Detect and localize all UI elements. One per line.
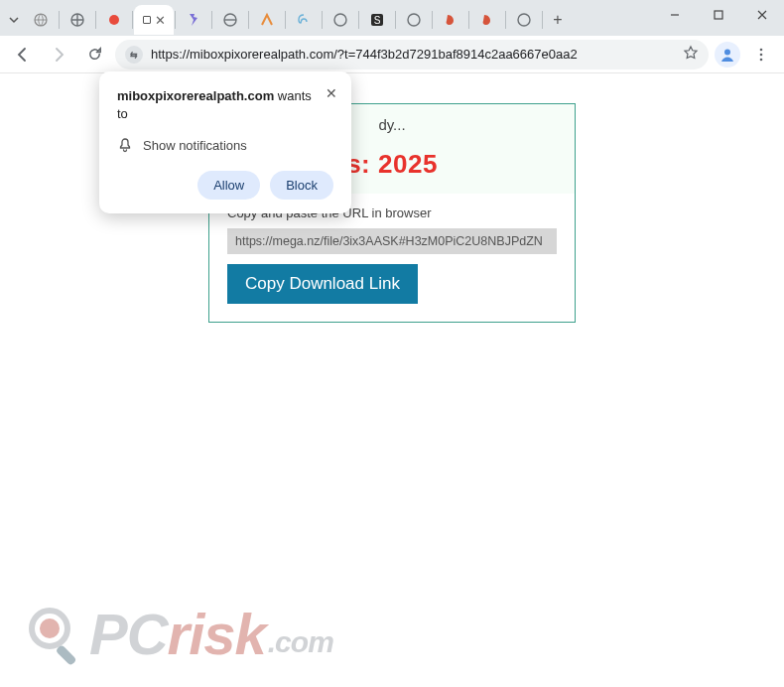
tab-13[interactable]: [470, 5, 504, 35]
maximize-button[interactable]: [697, 0, 740, 30]
tab-9[interactable]: [324, 5, 357, 35]
bookmark-star-icon[interactable]: [683, 45, 699, 64]
notification-line: Show notifications: [143, 138, 247, 153]
tab-14[interactable]: [507, 5, 541, 35]
tab-2[interactable]: [61, 5, 94, 35]
notification-title: miboxpixorerealpath.com wants to: [117, 87, 333, 123]
minimize-button[interactable]: [653, 0, 697, 30]
svg-point-16: [40, 618, 60, 638]
copy-download-link-button[interactable]: Copy Download Link: [227, 264, 418, 304]
reload-button[interactable]: [79, 40, 109, 69]
close-window-button[interactable]: [740, 0, 784, 30]
back-button[interactable]: [8, 40, 38, 69]
tab-6[interactable]: [213, 5, 247, 35]
svg-point-12: [760, 48, 763, 51]
watermark-logo: PCrisk.com: [24, 601, 333, 667]
svg-point-14: [760, 58, 763, 61]
svg-point-13: [760, 53, 763, 56]
tab-strip: ✕ S +: [0, 0, 784, 36]
site-settings-icon[interactable]: ⇆: [125, 46, 143, 64]
browser-toolbar: ⇆ https://miboxpixorerealpath.com/?t=744…: [0, 36, 784, 73]
notification-permission-prompt: miboxpixorerealpath.com wants to ✕ Show …: [99, 71, 351, 213]
url-text: https://miboxpixorerealpath.com/?t=744f3…: [151, 47, 675, 62]
address-bar[interactable]: ⇆ https://miboxpixorerealpath.com/?t=744…: [115, 40, 709, 69]
download-url-field[interactable]: https://mega.nz/file/3ix3AASK#H3zM0PiC2U…: [227, 228, 557, 254]
tab-8[interactable]: [287, 5, 321, 35]
tab-10[interactable]: S: [360, 5, 394, 35]
svg-point-2: [109, 15, 119, 25]
profile-avatar[interactable]: [715, 42, 740, 68]
watermark-pc: PC: [89, 601, 168, 667]
tab-12[interactable]: [434, 5, 467, 35]
tab-7[interactable]: [250, 5, 284, 35]
watermark-com: .com: [268, 625, 333, 659]
watermark-risk: risk: [168, 601, 266, 667]
svg-text:S: S: [374, 15, 381, 26]
tab-3[interactable]: [97, 5, 131, 35]
notification-domain: miboxpixorerealpath.com: [117, 88, 274, 103]
svg-point-11: [724, 49, 730, 55]
magnifier-icon: [24, 603, 87, 666]
active-tab-favicon: [143, 16, 151, 24]
new-tab-button[interactable]: +: [544, 6, 572, 34]
block-button[interactable]: Block: [270, 171, 333, 200]
tab-5[interactable]: [177, 5, 210, 35]
bell-icon: [117, 137, 133, 153]
tab-dropdown-button[interactable]: [4, 6, 24, 34]
svg-point-4: [334, 14, 346, 26]
svg-point-8: [518, 14, 530, 26]
window-controls: [653, 0, 784, 32]
tab-1[interactable]: [24, 5, 58, 35]
svg-rect-10: [715, 11, 722, 19]
svg-rect-17: [56, 644, 77, 666]
notification-close-button[interactable]: ✕: [326, 85, 337, 101]
forward-button[interactable]: [44, 40, 73, 69]
tab-close-button[interactable]: ✕: [155, 13, 166, 28]
browser-menu-button[interactable]: [746, 40, 776, 69]
headline-year: 2025: [378, 149, 438, 179]
tab-active[interactable]: ✕: [134, 5, 174, 35]
allow-button[interactable]: Allow: [197, 171, 260, 200]
tab-11[interactable]: [397, 5, 431, 35]
svg-point-7: [408, 14, 420, 26]
